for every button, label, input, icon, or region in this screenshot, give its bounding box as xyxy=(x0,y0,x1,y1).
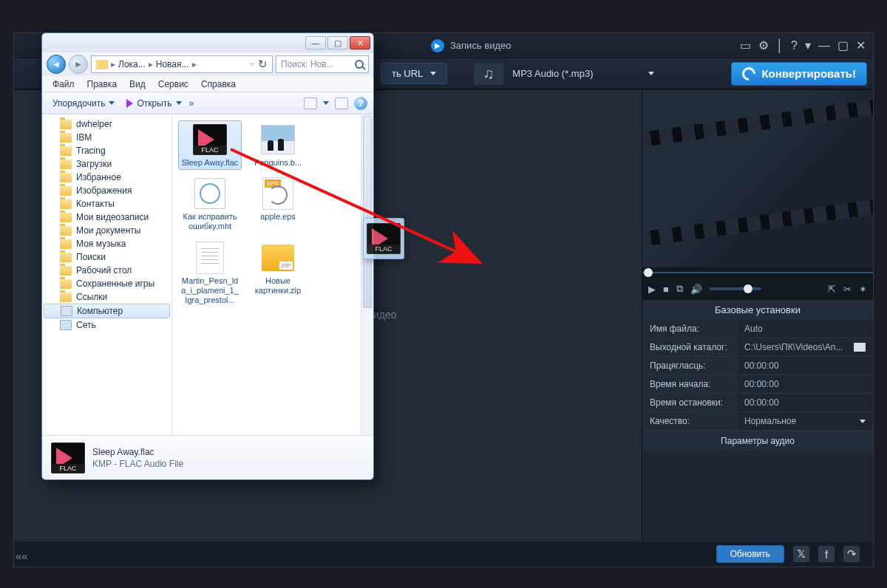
tree-item[interactable]: Изображения xyxy=(42,184,171,197)
more-button[interactable]: » xyxy=(189,98,196,109)
tree-item[interactable]: Tracing xyxy=(42,144,171,157)
preview-video xyxy=(642,90,873,267)
breadcrumb[interactable]: ▸ Лока... ▸ Новая... ▸ ↻ xyxy=(91,55,273,73)
file-item[interactable]: Как исправить ошибку.mht xyxy=(178,174,242,233)
audio-params-header[interactable]: Параметры аудио xyxy=(642,431,873,451)
tab-record-video[interactable]: ▶ Запись видео xyxy=(413,33,529,58)
play-icon xyxy=(126,99,133,108)
twitter-icon[interactable]: 𝕏 xyxy=(793,546,809,562)
seek-knob[interactable] xyxy=(644,268,653,277)
menu-view[interactable]: Вид xyxy=(123,78,152,91)
search-icon xyxy=(355,60,364,69)
setting-filename[interactable]: Имя файла:Auto xyxy=(642,320,873,338)
caret-down-icon[interactable]: ▾ xyxy=(805,38,811,52)
file-name: Новые картинки.zip xyxy=(248,276,307,295)
tree-item[interactable]: Мои видеозаписи xyxy=(42,211,171,224)
folder-tree[interactable]: dwhelperIBMTracingЗагрузкиИзбранноеИзобр… xyxy=(42,114,172,435)
gear-icon[interactable]: ⚙ xyxy=(758,38,769,52)
folder-icon[interactable] xyxy=(854,343,866,352)
menu-bar: Файл Правка Вид Сервис Справка xyxy=(42,76,373,92)
snapshot-icon[interactable]: ⧉ xyxy=(676,283,683,295)
tree-item[interactable]: Мои документы xyxy=(42,224,171,237)
mark-in-icon[interactable]: ⇱ xyxy=(828,284,836,295)
refresh-icon[interactable]: ↻ xyxy=(258,58,268,71)
tree-item[interactable]: Сеть xyxy=(42,318,171,332)
menu-help[interactable]: Справка xyxy=(195,78,242,91)
menu-edit[interactable]: Правка xyxy=(81,78,123,91)
menu-file[interactable]: Файл xyxy=(47,78,81,91)
share-icon[interactable]: ↷ xyxy=(843,546,860,562)
drag-ghost xyxy=(362,218,405,262)
tree-item[interactable]: Избранное xyxy=(42,171,171,184)
folder-icon xyxy=(60,146,72,156)
tree-item-label: dwhelper xyxy=(76,119,112,129)
open-button[interactable]: Открыть xyxy=(122,97,186,110)
maximize-icon[interactable]: ▢ xyxy=(837,38,849,52)
volume-slider[interactable] xyxy=(710,287,761,290)
caret-down-icon xyxy=(430,72,436,75)
close-button[interactable]: ✕ xyxy=(350,36,370,49)
file-item[interactable]: Penguins.b... xyxy=(246,120,310,170)
setting-quality[interactable]: Качество:Нормальное xyxy=(642,412,873,431)
app-footer: Обновить 𝕏 f ↷ xyxy=(14,541,873,567)
play-icon[interactable]: ▶ xyxy=(648,284,656,295)
collapse-toggle[interactable]: «« xyxy=(16,550,28,562)
close-icon[interactable]: ✕ xyxy=(856,38,866,52)
zip-icon xyxy=(262,245,294,271)
convert-button[interactable]: Конвертировать! xyxy=(731,62,867,86)
setting-output-dir[interactable]: Выходной каталог:C:\Users\ПК\Videos\An..… xyxy=(642,338,873,357)
badge-icon[interactable]: ▭ xyxy=(740,38,751,52)
file-list[interactable]: Sleep Away.flacPenguins.b...Как исправит… xyxy=(172,114,373,435)
minimize-icon[interactable]: — xyxy=(818,39,830,52)
add-url-button[interactable]: ть URL xyxy=(381,63,447,84)
setting-stop-time[interactable]: Время остановки:00:00:00 xyxy=(642,394,873,412)
flac-icon xyxy=(193,124,227,155)
menu-service[interactable]: Сервис xyxy=(152,78,194,91)
folder-icon xyxy=(60,199,72,209)
volume-icon[interactable]: 🔊 xyxy=(690,284,702,295)
tree-item[interactable]: dwhelper xyxy=(42,117,171,131)
folder-icon xyxy=(60,226,72,236)
file-item[interactable]: Martin_Pesn_lda_i_plameni_1_Igra_prestol… xyxy=(178,239,242,308)
tree-item[interactable]: Моя музыка xyxy=(42,237,171,250)
network-icon xyxy=(60,320,72,330)
tree-item-label: IBM xyxy=(76,132,92,143)
maximize-button[interactable]: ▢ xyxy=(327,36,348,49)
stop-icon[interactable]: ■ xyxy=(663,284,669,295)
file-explorer-window: — ▢ ✕ ◄ ► ▸ Лока... ▸ Новая... ▸ ↻ Поиск… xyxy=(41,33,374,480)
file-item[interactable]: Новые картинки.zip xyxy=(246,239,310,308)
folder-icon xyxy=(60,279,72,289)
facebook-icon[interactable]: f xyxy=(818,546,835,562)
setting-start-time[interactable]: Время начала:00:00:00 xyxy=(642,375,873,394)
tree-item-label: Загрузки xyxy=(76,159,112,169)
preview-pane-button[interactable] xyxy=(335,98,348,109)
nav-back-button[interactable]: ◄ xyxy=(47,55,66,74)
help-icon[interactable]: ? xyxy=(791,39,798,52)
tree-item[interactable]: Ссылки xyxy=(42,290,171,304)
update-button[interactable]: Обновить xyxy=(716,545,784,563)
file-item[interactable]: apple.eps xyxy=(246,174,310,233)
tree-item-label: Компьютер xyxy=(77,306,123,316)
txt-icon xyxy=(196,242,224,274)
tree-item[interactable]: Поиски xyxy=(42,250,171,264)
help-icon[interactable]: ? xyxy=(354,97,367,110)
file-item[interactable]: Sleep Away.flac xyxy=(178,120,242,170)
setting-duration[interactable]: Працягласць:00:00:00 xyxy=(642,357,873,375)
tree-item[interactable]: Контакты xyxy=(42,197,171,211)
explorer-titlebar[interactable]: — ▢ ✕ xyxy=(42,33,373,52)
mark-out-icon[interactable]: ✶ xyxy=(859,284,867,295)
minimize-button[interactable]: — xyxy=(305,36,326,49)
output-format-select[interactable]: MP3 Audio (*.mp3) xyxy=(509,68,657,79)
tree-item[interactable]: IBM xyxy=(42,131,171,144)
tree-item[interactable]: Компьютер xyxy=(44,304,170,318)
tree-item[interactable]: Загрузки xyxy=(42,157,171,171)
seek-bar[interactable] xyxy=(642,267,873,278)
nav-forward-button[interactable]: ► xyxy=(69,55,88,74)
cut-icon[interactable]: ✂ xyxy=(843,284,852,295)
search-input[interactable]: Поиск: Нов... xyxy=(276,55,369,73)
tree-item[interactable]: Рабочий стол xyxy=(42,264,171,277)
scrollbar[interactable] xyxy=(361,114,373,435)
organize-button[interactable]: Упорядочить xyxy=(48,97,119,110)
view-mode-button[interactable] xyxy=(304,98,317,109)
tree-item[interactable]: Сохраненные игры xyxy=(42,277,171,290)
